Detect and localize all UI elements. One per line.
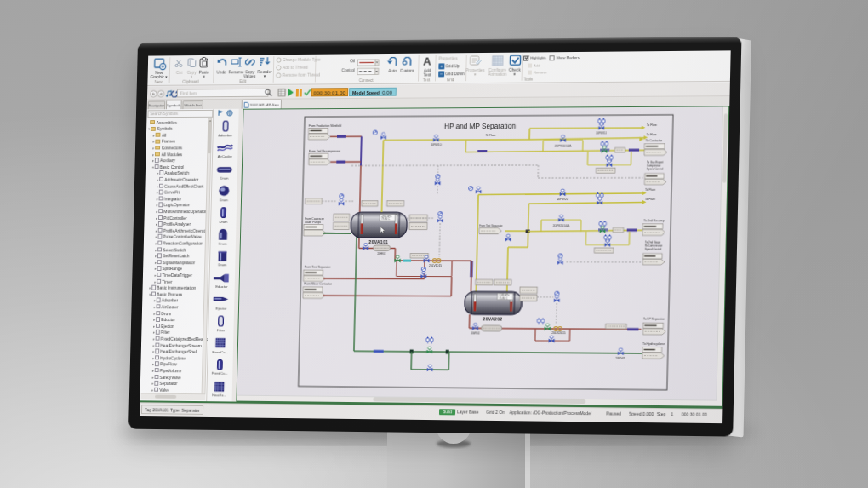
svg-text:To 2nd Recomp: To 2nd Recomp (643, 220, 665, 223)
svg-text:20PSV10: 20PSV10 (431, 144, 442, 147)
svg-text:79.86 C: 79.86 C (381, 217, 390, 221)
svg-text:20PSV20: 20PSV20 (557, 198, 568, 201)
svg-text:Speed Control: Speed Control (647, 167, 664, 170)
svg-text:20PV2014A: 20PV2014A (553, 224, 570, 227)
svg-text:To Flare: To Flare (645, 188, 655, 192)
svg-text:20WV02: 20WV02 (471, 331, 480, 335)
svg-text:75.80 C: 75.80 C (499, 296, 507, 300)
svg-text:20HE01: 20HE01 (377, 251, 386, 255)
svg-text:From Test Separator: From Test Separator (479, 224, 502, 227)
svg-text:To Flare: To Flare (645, 198, 655, 201)
svg-text:To Flare: To Flare (486, 134, 496, 137)
svg-text:To Hydrocyclone: To Hydrocyclone (642, 342, 665, 346)
svg-text:20WV01: 20WV01 (615, 357, 625, 360)
svg-text:Water Pumps: Water Pumps (305, 221, 322, 224)
svg-text:To Flare: To Flare (647, 123, 657, 127)
svg-text:From Slicer Contactor: From Slicer Contactor (304, 282, 333, 285)
svg-text:From Test Separator: From Test Separator (305, 266, 331, 269)
svg-text:20VA101: 20VA101 (368, 240, 388, 244)
svg-text:20LV1015: 20LV1015 (429, 264, 442, 267)
svg-text:20LV2015: 20LV2015 (551, 331, 566, 335)
svg-text:To Contactor: To Contactor (645, 139, 663, 142)
svg-text:20PV1014A: 20PV1014A (555, 145, 572, 148)
svg-text:To Flare: To Flare (647, 133, 657, 136)
svg-text:From Production Manifold: From Production Manifold (309, 124, 342, 128)
svg-text:Speed Control: Speed Control (645, 248, 662, 251)
svg-text:HP and MP Separation: HP and MP Separation (444, 123, 516, 131)
svg-text:From 2nd Recompressor: From 2nd Recompressor (309, 150, 341, 153)
svg-text:20PSV11: 20PSV11 (596, 131, 607, 135)
svg-text:20VA202: 20VA202 (483, 318, 502, 322)
svg-text:To LP Separator: To LP Separator (643, 317, 665, 320)
